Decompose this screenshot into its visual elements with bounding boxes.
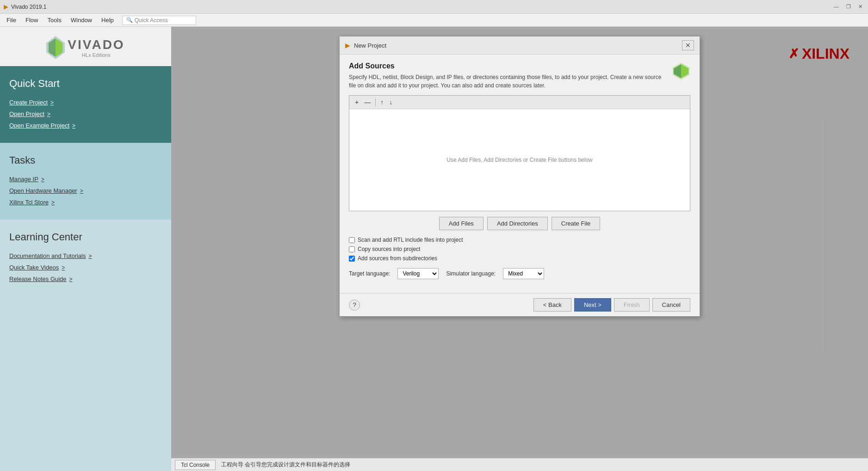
menu-help[interactable]: Help — [97, 15, 118, 25]
right-area: ✗ XILINX ▶ New Project ✕ — [171, 27, 868, 471]
menu-file[interactable]: File — [2, 15, 21, 25]
sidebar-item-tcl-store[interactable]: Xilinx Tcl Store > — [9, 196, 162, 208]
logo-subtitle: HLx Editions — [68, 52, 124, 58]
app-icon: ▶ — [4, 3, 8, 10]
add-files-button[interactable]: Add Files — [439, 217, 484, 230]
svg-marker-5 — [674, 64, 681, 78]
dialog-footer: ? < Back Next > Finish Cancel — [340, 293, 700, 316]
create-file-button[interactable]: Create File — [552, 217, 601, 230]
sidebar-learning: Learning Center Documentation and Tutori… — [0, 220, 171, 471]
search-icon: 🔍 — [126, 17, 133, 23]
dialog-title-left: ▶ New Project — [345, 42, 386, 49]
sidebar-tasks: Tasks Manage IP > Open Hardware Manager … — [0, 143, 171, 220]
toolbar-separator — [375, 98, 376, 106]
sidebar-item-release-notes[interactable]: Release Notes Guide > — [9, 273, 162, 285]
logo-text: VIVADO — [68, 37, 124, 52]
add-subdirs-label: Add sources from subdirectories — [358, 255, 437, 262]
menu-tools[interactable]: Tools — [43, 15, 66, 25]
vivado-dialog-icon — [672, 62, 690, 80]
vivado-logo-icon — [46, 36, 65, 59]
add-subdirs-checkbox[interactable] — [349, 256, 355, 262]
title-bar-controls: — ❐ ✕ — [832, 4, 864, 10]
file-list-area: Use Add Files, Add Directories or Create… — [349, 109, 690, 211]
arrow-icon-1: > — [47, 111, 50, 117]
simulator-language-label: Simulator language: — [446, 270, 496, 277]
title-bar-text: Vivado 2019.1 — [11, 4, 47, 10]
sidebar-item-hardware-manager[interactable]: Open Hardware Manager > — [9, 185, 162, 196]
cancel-button[interactable]: Cancel — [652, 298, 690, 312]
sidebar-item-create-project[interactable]: Create Project > — [9, 97, 162, 108]
dialog-close-button[interactable]: ✕ — [682, 40, 694, 50]
language-row: Target language: Verilog VHDL Mixed Simu… — [349, 268, 690, 279]
file-list-placeholder: Use Add Files, Add Directories or Create… — [446, 157, 592, 163]
arrow-icon-7: > — [62, 264, 65, 271]
target-language-select[interactable]: Verilog VHDL Mixed — [397, 268, 439, 279]
menu-window[interactable]: Window — [66, 15, 97, 25]
arrow-icon-8: > — [69, 276, 73, 282]
move-down-toolbar-button[interactable]: ↓ — [387, 98, 394, 107]
arrow-icon-3: > — [41, 176, 44, 183]
arrow-icon-2: > — [72, 122, 75, 129]
new-project-dialog: ▶ New Project ✕ Add Sources Specify HDL,… — [339, 36, 700, 317]
checkbox-group: Scan and add RTL include files into proj… — [349, 237, 690, 262]
action-buttons: Add Files Add Directories Create File — [349, 217, 690, 230]
dialog-header: Add Sources Specify HDL, netlist, Block … — [349, 62, 690, 90]
footer-buttons: < Back Next > Finish Cancel — [533, 298, 690, 312]
dialog-header-text: Add Sources Specify HDL, netlist, Block … — [349, 62, 663, 90]
close-button[interactable]: ✕ — [856, 4, 864, 10]
sidebar-item-quick-videos[interactable]: Quick Take Videos > — [9, 262, 162, 273]
sidebar-item-docs-tutorials[interactable]: Documentation and Tutorials > — [9, 250, 162, 262]
sidebar-quick-start: Quick Start Create Project > Open Projec… — [0, 66, 171, 143]
sidebar-item-open-project[interactable]: Open Project > — [9, 108, 162, 120]
quick-access-bar[interactable]: 🔍 Quick Access — [122, 16, 196, 25]
simulator-language-select[interactable]: Mixed Verilog VHDL — [503, 268, 544, 279]
remove-file-toolbar-button[interactable]: — — [362, 98, 372, 107]
move-up-toolbar-button[interactable]: ↑ — [378, 98, 385, 107]
quick-access-text: Quick Access — [135, 17, 168, 24]
scan-rtl-label: Scan and add RTL include files into proj… — [358, 237, 463, 243]
menu-bar: File Flow Tools Window Help 🔍 Quick Acce… — [0, 14, 868, 27]
checkbox-row-2: Add sources from subdirectories — [349, 255, 690, 262]
next-button[interactable]: Next > — [574, 298, 611, 312]
file-list-container: + — ↑ ↓ — [349, 95, 690, 211]
main-content: VIVADO HLx Editions Quick Start Create P… — [0, 27, 868, 471]
dialog-header-desc: Specify HDL, netlist, Block Design, and … — [349, 73, 663, 90]
dialog-title-text: New Project — [354, 42, 386, 49]
dialog-header-title: Add Sources — [349, 62, 663, 70]
sidebar-item-manage-ip[interactable]: Manage IP > — [9, 173, 162, 185]
target-language-label: Target language: — [349, 270, 390, 277]
dialog-body: Add Sources Specify HDL, netlist, Block … — [340, 55, 700, 293]
status-text: 工程向导 会引导您完成设计源文件和目标器件的选择 — [221, 461, 350, 469]
arrow-icon-0: > — [50, 99, 54, 106]
scan-rtl-checkbox[interactable] — [349, 237, 355, 243]
dialog-overlay: ▶ New Project ✕ Add Sources Specify HDL,… — [171, 27, 868, 471]
checkbox-row-0: Scan and add RTL include files into proj… — [349, 237, 690, 243]
quick-start-title: Quick Start — [9, 78, 162, 90]
file-list-toolbar: + — ↑ ↓ — [349, 96, 690, 109]
add-file-toolbar-button[interactable]: + — [353, 98, 360, 107]
arrow-icon-5: > — [51, 199, 55, 206]
help-button[interactable]: ? — [349, 300, 360, 311]
sidebar-logo-area: VIVADO HLx Editions — [0, 27, 171, 66]
copy-sources-checkbox[interactable] — [349, 246, 355, 252]
learning-title: Learning Center — [9, 231, 162, 243]
logo-container: VIVADO HLx Editions — [9, 36, 162, 59]
tcl-console-tab[interactable]: Tcl Console — [175, 460, 216, 470]
minimize-button[interactable]: — — [832, 4, 841, 10]
dialog-title-icon: ▶ — [345, 42, 350, 49]
arrow-icon-4: > — [80, 188, 83, 194]
arrow-icon-6: > — [88, 253, 92, 259]
maximize-button[interactable]: ❐ — [844, 4, 853, 10]
sidebar-item-open-example[interactable]: Open Example Project > — [9, 120, 162, 131]
tasks-title: Tasks — [9, 154, 162, 166]
dialog-titlebar: ▶ New Project ✕ — [340, 37, 700, 55]
add-directories-button[interactable]: Add Directories — [487, 217, 548, 230]
svg-marker-4 — [681, 64, 688, 78]
status-bar: Tcl Console 工程向导 会引导您完成设计源文件和目标器件的选择 — [171, 458, 868, 471]
copy-sources-label: Copy sources into project — [358, 246, 420, 252]
finish-button[interactable]: Finish — [614, 298, 650, 312]
sidebar: VIVADO HLx Editions Quick Start Create P… — [0, 27, 171, 471]
back-button[interactable]: < Back — [533, 298, 571, 312]
menu-flow[interactable]: Flow — [21, 15, 43, 25]
checkbox-row-1: Copy sources into project — [349, 246, 690, 252]
